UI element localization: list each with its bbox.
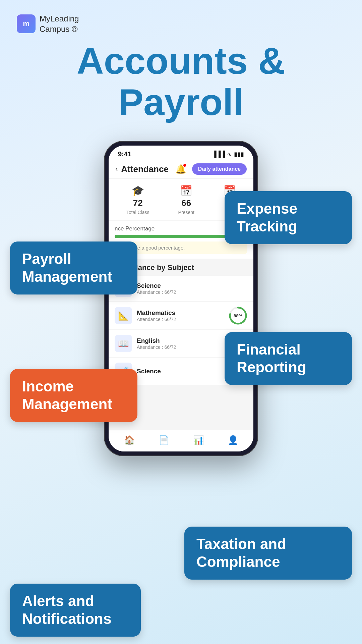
status-icons: ▐▐▐ ∿ ▮▮▮ (212, 151, 244, 158)
financial-reporting-box: Financial Reporting (225, 332, 352, 385)
expense-tracking-box: Expense Tracking (225, 191, 352, 244)
total-class-stat: 🎓 72 Total Class (126, 185, 149, 215)
bottom-nav: 🏠 📄 📊 👤 (109, 430, 253, 451)
chart-nav-icon[interactable]: 📊 (193, 435, 204, 445)
logo-icon: m (17, 14, 36, 33)
math-progress-circle: 88% (229, 306, 247, 325)
main-title: Accounts & Payroll (0, 40, 362, 123)
daily-attendance-button[interactable]: Daily attendance (192, 163, 247, 175)
subject-name: Mathematics (137, 309, 224, 317)
doc-nav-icon[interactable]: 📄 (159, 435, 169, 445)
battery-icon: ▮▮▮ (234, 151, 244, 158)
subject-info: Mathematics Attendance : 66/72 (137, 309, 224, 322)
notification-bell[interactable]: 🔔 (175, 164, 186, 174)
subject-info: English Attendance : 66/72 (137, 337, 224, 350)
subject-row: 📐 Mathematics Attendance : 66/72 88% (109, 302, 253, 329)
subject-info: Science Attendance : 66/72 (137, 282, 247, 295)
taxation-compliance-box: Taxation and Compliance (184, 527, 352, 580)
app-header: ‹ Attendance 🔔 Daily attendance (109, 160, 253, 178)
subject-info: Science (137, 368, 224, 375)
logo-text: MyLeading Campus ® (40, 13, 79, 34)
total-class-value: 72 (133, 198, 143, 208)
back-button[interactable]: ‹ (115, 165, 118, 173)
present-icon: 📅 (180, 185, 192, 197)
notification-dot (183, 163, 187, 167)
subject-name: Science (137, 368, 224, 375)
present-value: 66 (181, 198, 191, 208)
attendance-title: Attendance (121, 164, 172, 174)
english-icon: 📖 (115, 335, 132, 352)
total-class-label: Total Class (126, 210, 149, 215)
alerts-notifications-box: Alerts and Notifications (10, 584, 141, 637)
present-label: Present (178, 210, 194, 215)
status-bar: 9:41 ▐▐▐ ∿ ▮▮▮ (109, 146, 253, 160)
payroll-management-box: Payroll Management (10, 241, 137, 294)
profile-nav-icon[interactable]: 👤 (228, 435, 238, 445)
wifi-icon: ∿ (227, 151, 232, 158)
subject-attendance: Attendance : 66/72 (137, 289, 247, 295)
subject-attendance: Attendance : 66/72 (137, 317, 224, 322)
circle-label: 88% (234, 313, 242, 318)
progress-fill (115, 235, 235, 238)
graduation-icon: 🎓 (132, 185, 144, 197)
home-nav-icon[interactable]: 🏠 (124, 435, 135, 445)
status-time: 9:41 (118, 150, 131, 158)
subject-attendance: Attendance : 66/72 (137, 344, 224, 350)
present-stat: 📅 66 Present (178, 185, 194, 215)
math-icon: 📐 (115, 307, 132, 324)
subject-name: English (137, 337, 224, 344)
subject-name: Science (137, 282, 247, 289)
income-management-box: Income Management (10, 369, 137, 422)
signal-icon: ▐▐▐ (212, 151, 225, 158)
logo-area: m MyLeading Campus ® (17, 13, 79, 34)
